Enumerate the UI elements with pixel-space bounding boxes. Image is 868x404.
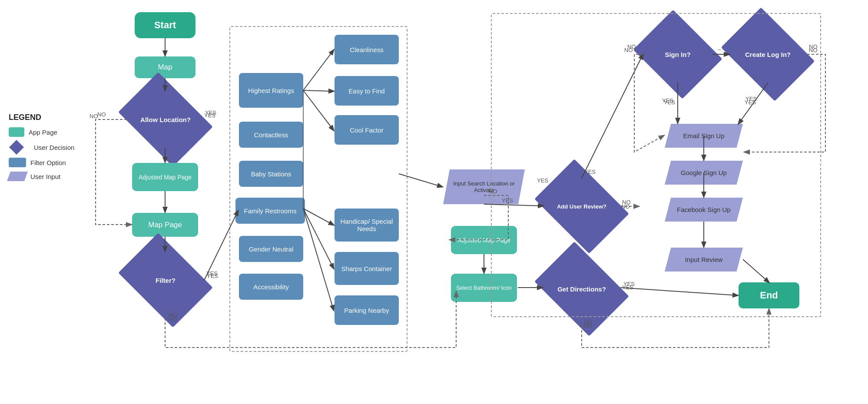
label-createlogin-no: NO [809, 43, 818, 50]
svg-text:NO: NO [97, 111, 106, 118]
baby-stations-node: Baby Stations [239, 161, 303, 187]
adjusted-map2-node: Adjusted Map Page [451, 226, 517, 254]
select-bathroom-node: Select Bathroom/ Icon [451, 274, 517, 302]
allow-location-node: Allow Location? [127, 91, 204, 148]
label-filter-yes: YES [206, 270, 218, 277]
svg-line-21 [620, 288, 738, 295]
svg-line-17 [399, 174, 442, 187]
contactless-node: Contactless [239, 122, 303, 148]
svg-line-14 [303, 209, 334, 225]
legend: LEGEND App Page User Decision Filter Opt… [9, 113, 74, 185]
label-review-yes: YES [537, 177, 548, 184]
label-filter-no: NO [169, 316, 177, 323]
family-restrooms-node: Family Restrooms [235, 198, 305, 224]
label-allow-yes: YES [205, 109, 216, 116]
get-directions-node: Get Directions? [543, 261, 620, 317]
end-node: End [739, 282, 799, 308]
svg-line-26 [582, 54, 643, 178]
legend-title: LEGEND [9, 113, 74, 122]
start-node: Start [135, 12, 195, 38]
svg-line-16 [303, 209, 334, 310]
svg-line-11 [303, 90, 334, 91]
highest-ratings-node: Highest Ratings [239, 73, 303, 108]
cool-factor-node: Cool Factor [335, 115, 399, 145]
svg-line-39 [743, 259, 769, 282]
add-review-node: Add User Review? [543, 178, 620, 235]
legend-item-app-page: App Page [9, 127, 74, 137]
input-review-node: Input Review [665, 248, 743, 272]
svg-line-12 [303, 90, 334, 130]
filter-node: Filter? [127, 252, 204, 308]
label-signin-yes: YES [662, 97, 673, 104]
legend-item-filter: Filter Option [9, 158, 74, 167]
parking-node: Parking Nearby [335, 295, 399, 325]
input-search-node: Input Search Location or Activate [443, 169, 525, 204]
email-signup-node: Email Sign Up [665, 124, 743, 148]
legend-item-decision: User Decision [9, 141, 74, 153]
legend-label-filter: Filter Option [30, 159, 66, 166]
facebook-signup-node: Facebook Sign Up [665, 198, 743, 222]
label-directions-yes: YES [622, 284, 633, 291]
google-signup-node: Google Sign Up [665, 161, 743, 185]
label-createlogin-yes: YES [745, 96, 757, 102]
sign-in-node: Sign In? [643, 26, 712, 83]
svg-text:→: → [716, 46, 722, 53]
legend-label-userinput: User Input [30, 173, 60, 180]
svg-line-15 [303, 209, 334, 268]
handicap-node: Handicap/ Special Needs [335, 209, 399, 242]
svg-line-5 [204, 211, 238, 280]
svg-line-24 [484, 204, 543, 206]
cleanliness-node: Cleanliness [335, 35, 399, 64]
create-login-node: Create Log In? [730, 26, 806, 83]
svg-line-10 [303, 50, 334, 90]
legend-item-userinput: User Input [9, 172, 74, 181]
gender-neutral-node: Gender Neutral [239, 236, 303, 262]
label-review-no: NO [621, 203, 630, 210]
label-directions-no: NO [583, 322, 592, 329]
easy-to-find-node: Easy to Find [335, 76, 399, 106]
legend-label-decision: User Decision [34, 144, 74, 151]
label-allow-no: NO [89, 113, 98, 119]
map-node: Map [135, 56, 195, 78]
legend-label-app-page: App Page [29, 129, 57, 136]
adjusted-map1-node: Adjusted Map Page [132, 163, 198, 191]
sharps-node: Sharps Container [335, 252, 399, 285]
accessibility-node: Accessibility [239, 274, 303, 300]
label-signin-no: NO [627, 43, 636, 50]
flowchart: LEGEND App Page User Decision Filter Opt… [0, 0, 868, 404]
map-page-node: Map Page [132, 213, 198, 237]
